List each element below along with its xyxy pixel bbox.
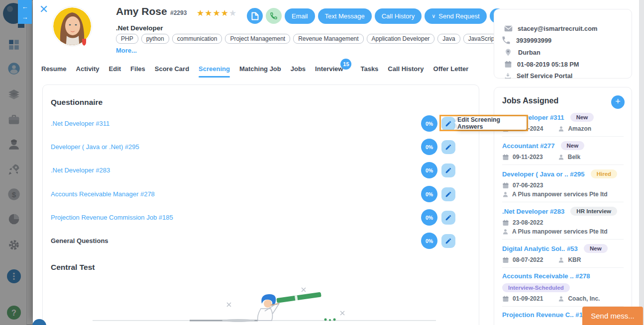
- tab-tasks[interactable]: Tasks: [360, 65, 378, 73]
- avatar[interactable]: [52, 6, 93, 47]
- star-empty-icon[interactable]: ★: [229, 8, 237, 18]
- download-icon: [504, 72, 512, 80]
- person-icon: [558, 296, 564, 302]
- central-test-heading: Central Test: [51, 263, 95, 272]
- contact-email-row[interactable]: stacey@ismartrecruit.com: [504, 25, 597, 32]
- tab-screening[interactable]: Screening: [199, 65, 230, 73]
- candidate-job-title: .Net Developer: [116, 24, 163, 32]
- tab-files[interactable]: Files: [130, 65, 145, 73]
- job-meta-row: 07-06-2023: [502, 182, 624, 189]
- tab-jobs[interactable]: Jobs: [291, 65, 306, 73]
- questionnaire-link[interactable]: Developer ( Java or .Net) #295: [51, 143, 139, 151]
- questionnaire-link[interactable]: .Net Developer #283: [51, 166, 110, 174]
- contact-phone: 3939993999: [516, 37, 551, 44]
- tab-score-card[interactable]: Score Card: [155, 65, 189, 73]
- tab-interview[interactable]: Interview15: [315, 65, 343, 73]
- candidate-id: #2293: [170, 9, 187, 16]
- job-row: Accounts Receivable .. #278Interview-Sch…: [502, 267, 624, 306]
- click-highlight-box: Edit Screening Answers: [439, 115, 528, 131]
- interview-count-badge: 15: [340, 59, 351, 70]
- call-button[interactable]: [266, 8, 282, 24]
- edit-screening-button[interactable]: [441, 140, 455, 154]
- job-status-badge: HR Interview: [570, 207, 617, 216]
- job-status-badge: Hired: [591, 169, 617, 178]
- contact-datetime: 01-08-2019 05:18 PM: [517, 61, 579, 68]
- add-job-button[interactable]: +: [611, 95, 625, 109]
- job-title-link[interactable]: Accounts Receivable .. #278: [502, 272, 590, 280]
- job-meta-row: 09-11-2023Belk: [502, 154, 624, 161]
- tab-edit[interactable]: Edit: [109, 65, 121, 73]
- job-date: 01-09-2021: [513, 295, 543, 302]
- edit-screening-button[interactable]: [441, 234, 455, 248]
- location-pin-icon: [505, 49, 511, 56]
- job-meta-row: 01-09-2021Coach, Inc.: [502, 295, 624, 302]
- job-status-badge: New: [561, 141, 585, 150]
- edit-screening-button[interactable]: [441, 163, 455, 177]
- close-icon[interactable]: ✕: [38, 4, 49, 15]
- questionnaire-row: .Net Developer #3110%: [51, 115, 471, 132]
- job-company: A Plus manpower services Pte ltd: [512, 228, 608, 235]
- send-request-button[interactable]: ∨ Send Request: [425, 8, 486, 24]
- tab-activity[interactable]: Activity: [76, 65, 100, 73]
- job-title-link[interactable]: Accountant #277: [502, 142, 555, 150]
- forward-arrow-icon[interactable]: →: [22, 14, 28, 20]
- empty-state-illustration: [43, 284, 479, 325]
- skill-tag: communication: [172, 34, 222, 44]
- edit-screening-tooltip: Edit Screening Answers: [457, 116, 527, 130]
- tab-offer-letter[interactable]: Offer Letter: [433, 65, 469, 73]
- job-title-link[interactable]: Developer ( Java or .. #295: [502, 170, 585, 178]
- back-arrow-icon[interactable]: ←: [22, 3, 28, 10]
- calendar-icon: [502, 257, 509, 263]
- completion-percent-badge: 0%: [421, 115, 437, 132]
- questionnaire-link[interactable]: Accounts Receivable Manager #278: [51, 190, 155, 198]
- phone-icon: [270, 12, 278, 20]
- questionnaire-link[interactable]: Projection Revenue Commission Job #185: [51, 214, 173, 221]
- contact-location: Durban: [518, 49, 540, 56]
- completion-percent-badge: 0%: [421, 162, 437, 178]
- job-title-link[interactable]: .Net Developer #283: [502, 208, 564, 215]
- job-row: Digital Analytic Sol.. #53New08-07-2022K…: [502, 239, 624, 267]
- call-history-button[interactable]: Call History: [375, 8, 422, 24]
- person-icon: [502, 229, 509, 235]
- job-date: 23-08-2022: [513, 219, 543, 226]
- star-filled-icon[interactable]: ★: [213, 8, 221, 18]
- more-tags-link[interactable]: More...: [116, 47, 137, 54]
- questionnaire-row: .Net Developer #2830%: [51, 162, 471, 179]
- skill-tag: Project Management: [225, 34, 290, 44]
- nav-arrows-panel: ← →: [18, 0, 32, 24]
- star-filled-icon[interactable]: ★: [221, 8, 229, 18]
- email-button[interactable]: Email: [285, 8, 315, 24]
- calendar-icon: [502, 154, 509, 161]
- send-request-label: Send Request: [438, 12, 479, 20]
- job-company: Belk: [568, 154, 580, 161]
- edit-screening-button[interactable]: [441, 211, 455, 225]
- send-message-button[interactable]: Send mess...: [582, 307, 643, 325]
- star-filled-icon[interactable]: ★: [205, 8, 213, 18]
- vertical-scrollbar[interactable]: [639, 0, 644, 325]
- star-filled-icon[interactable]: ★: [197, 8, 205, 18]
- job-title-link[interactable]: Projection Revenue C.. #185: [502, 311, 590, 319]
- modal-backdrop[interactable]: [0, 0, 33, 325]
- tab-resume[interactable]: Resume: [41, 65, 67, 73]
- screening-panel: Questionnaire .Net Developer #3110%Devel…: [42, 84, 479, 325]
- questionnaire-row: General Questions0%: [51, 233, 471, 249]
- document-button[interactable]: [247, 8, 263, 24]
- text-message-button[interactable]: Text Message: [318, 8, 372, 24]
- calendar-icon: [504, 61, 512, 68]
- job-company: Coach, Inc.: [568, 295, 600, 302]
- calendar-icon: [502, 220, 509, 226]
- tab-matching-job[interactable]: Matching Job: [239, 65, 281, 73]
- action-buttons: Email Text Message Call History ∨ Send R…: [247, 8, 505, 24]
- contact-portal: Self Service Portal: [517, 72, 572, 80]
- star-rating[interactable]: ★★★★★: [197, 8, 237, 18]
- person-icon: [502, 191, 509, 198]
- edit-screening-button[interactable]: [441, 187, 455, 201]
- job-row: .Net Developer #283HR Interview23-08-202…: [502, 202, 624, 239]
- questionnaire-link[interactable]: .Net Developer #311: [51, 120, 109, 127]
- tab-call-history[interactable]: Call History: [388, 65, 424, 73]
- completion-percent-badge: 0%: [421, 186, 437, 202]
- skill-tag: Revenue Management: [293, 34, 363, 44]
- contact-portal-row[interactable]: Self Service Portal: [504, 72, 572, 80]
- contact-phone-row[interactable]: 3939993999: [501, 35, 551, 45]
- job-title-link[interactable]: Digital Analytic Sol.. #53: [502, 245, 578, 252]
